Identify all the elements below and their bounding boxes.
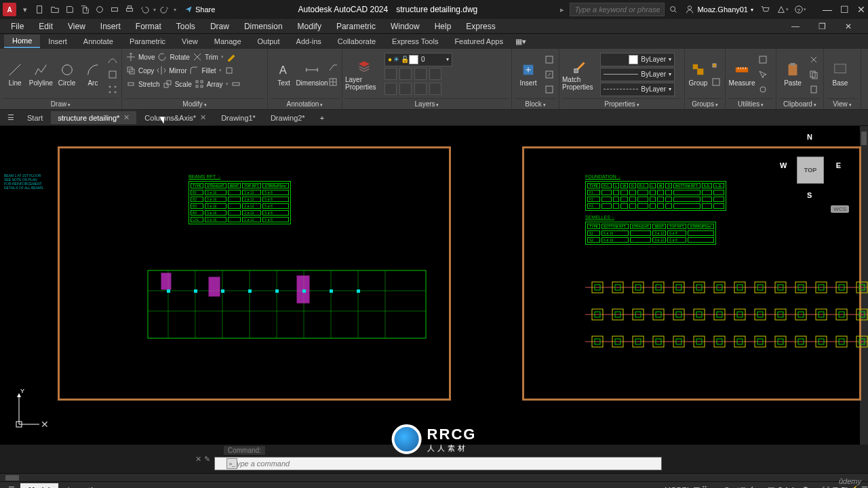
- close-tab-icon[interactable]: ✕: [123, 113, 130, 122]
- filetab-start[interactable]: Start: [20, 112, 50, 124]
- new-tab-button[interactable]: +: [313, 112, 331, 124]
- tool-mark[interactable]: [225, 50, 237, 64]
- tool-fillet[interactable]: Fillet▾: [188, 64, 222, 77]
- drawing-canvas[interactable]: BEAM 1 AT 1ST FLOORSEE NOTE ON PLANFOR R…: [0, 126, 868, 445]
- layer-tool-8[interactable]: [429, 83, 441, 95]
- tool-rotate[interactable]: Rotate: [156, 50, 191, 64]
- search-icon[interactable]: [667, 3, 679, 16]
- isolate-icon[interactable]: ◧: [841, 485, 848, 488]
- customize-status-icon[interactable]: ☰: [861, 485, 868, 488]
- layer-tool-1[interactable]: [384, 68, 397, 80]
- tool-ungroup[interactable]: [710, 60, 722, 74]
- menu-dimension[interactable]: Dimension: [237, 20, 290, 33]
- menu-draw[interactable]: Draw: [203, 20, 236, 33]
- tool-count[interactable]: [757, 83, 769, 96]
- canvas-marker-close[interactable]: ✕: [41, 419, 49, 430]
- tool-dimension[interactable]: Dimension: [298, 62, 326, 87]
- tool-groupedit[interactable]: [710, 75, 722, 89]
- close-button[interactable]: ✕: [857, 4, 865, 15]
- web-icon[interactable]: [94, 3, 106, 16]
- ribbon-tab-parametric[interactable]: Parametric: [121, 35, 174, 47]
- menu-insert[interactable]: Insert: [94, 20, 127, 33]
- layout-menu-icon[interactable]: ☰: [4, 485, 19, 488]
- layer-tool-3[interactable]: [414, 68, 427, 80]
- tool-paste[interactable]: Paste: [779, 62, 806, 87]
- saveas-icon[interactable]: [79, 3, 91, 16]
- autodesk-app-icon[interactable]: ▾: [776, 3, 789, 16]
- menu-format[interactable]: Format: [129, 20, 168, 33]
- filetab-drawing2[interactable]: Drawing2*: [264, 112, 312, 124]
- user-menu[interactable]: Moaz.Ghany01 ▾: [685, 5, 753, 14]
- share-button[interactable]: Share: [184, 5, 215, 14]
- ribbon-tab-output[interactable]: Output: [250, 35, 288, 47]
- ribbon-tab-view[interactable]: View: [174, 35, 206, 47]
- layout-tab-layout1[interactable]: Layout1: [60, 483, 102, 489]
- layer-tool-6[interactable]: [399, 83, 412, 95]
- viewcube-wcs[interactable]: WCS: [831, 205, 849, 213]
- cmd-customize-icon[interactable]: ✎: [204, 455, 210, 464]
- horizontal-scrollbar[interactable]: [0, 473, 868, 481]
- help-icon[interactable]: ?▾: [794, 3, 806, 16]
- tool-array[interactable]: Array▾: [193, 77, 230, 91]
- ribbon-tab-insert[interactable]: Insert: [40, 35, 75, 47]
- menu-edit[interactable]: Edit: [32, 20, 60, 33]
- minimize-button[interactable]: —: [823, 4, 832, 15]
- menu-help[interactable]: Help: [428, 20, 458, 33]
- new-icon[interactable]: [34, 3, 46, 16]
- tool-group[interactable]: Group: [688, 62, 709, 87]
- monitor-icon[interactable]: 🖵: [831, 486, 839, 489]
- layout-tab-model[interactable]: Model: [20, 483, 58, 489]
- tool-match-properties[interactable]: Match Properties: [562, 58, 599, 91]
- tool-calc[interactable]: [757, 53, 769, 66]
- undo-icon[interactable]: [138, 3, 151, 16]
- tool-insert[interactable]: Insert: [515, 62, 542, 87]
- annotation-scale[interactable]: 1:1: [785, 486, 795, 489]
- save-icon[interactable]: [64, 3, 76, 16]
- filetab-structure-detailing[interactable]: structure detailing*✕: [51, 111, 136, 124]
- tool-circle[interactable]: Circle: [55, 62, 79, 87]
- open-icon[interactable]: [49, 3, 61, 16]
- tool-move[interactable]: Move: [125, 50, 156, 64]
- tool-misc3[interactable]: [106, 83, 119, 96]
- qat-dropdown-icon[interactable]: ▾: [19, 3, 31, 16]
- fullscreen-icon[interactable]: ⛶: [822, 486, 829, 489]
- snapmode-icon[interactable]: ⠿: [702, 485, 707, 488]
- tool-leader[interactable]: [327, 60, 339, 74]
- tool-cut[interactable]: [808, 53, 820, 66]
- tool-misc1[interactable]: [106, 53, 119, 66]
- tool-copy[interactable]: Copy: [125, 64, 155, 77]
- tool-attr-block[interactable]: [543, 83, 555, 96]
- new-layout-button[interactable]: +: [104, 483, 121, 489]
- ribbon-extra-icon[interactable]: ▦▾: [511, 35, 530, 48]
- menu-parametric[interactable]: Parametric: [330, 20, 382, 33]
- maximize-button[interactable]: ☐: [840, 4, 849, 15]
- tool-pastespec[interactable]: [808, 83, 820, 96]
- ribbon-tab-annotate[interactable]: Annotate: [75, 35, 121, 47]
- menu-file[interactable]: File: [4, 20, 31, 33]
- tool-edit-block[interactable]: [543, 68, 555, 81]
- app-logo[interactable]: A: [3, 3, 16, 16]
- viewcube[interactable]: N W E S TOP WCS: [780, 133, 841, 207]
- doc-restore[interactable]: ❐: [812, 20, 833, 33]
- lineweight-icon[interactable]: ≡: [762, 486, 766, 489]
- filetab-drawing1[interactable]: Drawing1*: [214, 112, 262, 124]
- menu-window[interactable]: Window: [384, 20, 427, 33]
- tool-measure[interactable]: Measure: [728, 62, 755, 87]
- layer-selector[interactable]: ● ☀ 🔓 0 ▾: [384, 53, 452, 66]
- menu-tools[interactable]: Tools: [170, 20, 202, 33]
- workspace-plus-icon[interactable]: +: [816, 486, 820, 489]
- viewcube-top[interactable]: TOP: [797, 157, 824, 184]
- ribbon-tab-home[interactable]: Home: [4, 35, 40, 48]
- tool-table[interactable]: [327, 75, 339, 89]
- ribbon-tab-manage[interactable]: Manage: [206, 35, 250, 47]
- print-icon[interactable]: [123, 3, 136, 16]
- ortho-icon[interactable]: ∟: [714, 486, 722, 489]
- hardware-icon[interactable]: ⚡: [850, 485, 859, 488]
- tool-explode[interactable]: [223, 64, 235, 77]
- search-input[interactable]: [570, 3, 665, 16]
- menu-view[interactable]: View: [61, 20, 92, 33]
- tool-polyline[interactable]: Polyline: [28, 62, 53, 87]
- space-toggle[interactable]: MODEL: [665, 486, 691, 489]
- grid-icon[interactable]: ▦: [693, 485, 700, 488]
- tool-trim[interactable]: Trim▾: [191, 50, 225, 64]
